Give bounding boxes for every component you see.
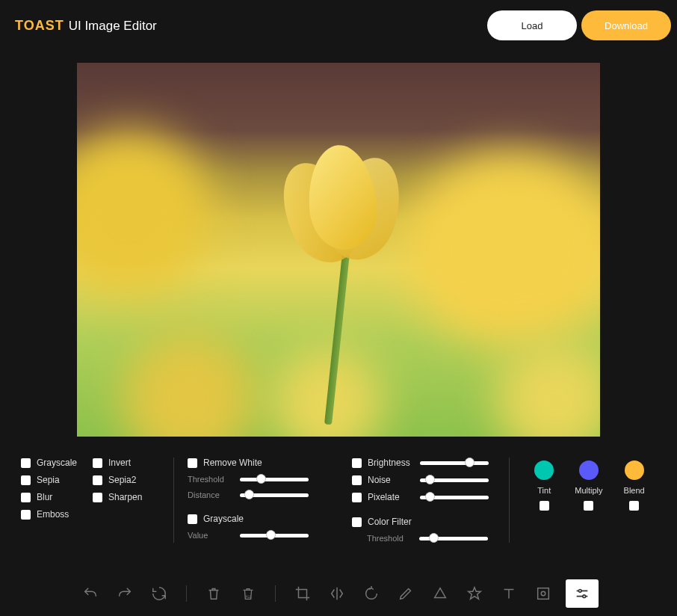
logo-subtitle: UI Image Editor [69,19,157,34]
filter-label: Noise [368,475,414,485]
checkbox-icon [352,517,362,527]
filter-noise[interactable]: Noise [352,475,501,485]
shape-button[interactable] [428,582,452,606]
slider-label: Distance [188,490,232,499]
filter-emboss[interactable]: Emboss [21,509,93,520]
pixelate-slider[interactable] [420,493,489,502]
blend-checkbox[interactable] [629,501,639,511]
checkbox-icon [188,458,197,468]
delete-button[interactable] [202,582,226,606]
svg-point-2 [541,591,545,596]
filter-label: Sharpen [108,492,142,502]
remove-white-threshold-slider[interactable] [240,475,309,484]
multiply-checkbox[interactable] [584,501,593,511]
checkbox-icon [21,510,31,520]
text-button[interactable] [497,582,521,606]
draw-button[interactable] [394,582,418,606]
download-button[interactable]: Download [581,10,671,40]
app-logo: TOAST UI Image Editor [15,18,157,34]
slider-label: Threshold [367,534,412,543]
filter-blur[interactable]: Blur [21,492,93,502]
svg-point-3 [578,590,581,593]
checkbox-icon [352,458,362,468]
filter-grayscale-value[interactable]: Grayscale [188,514,337,524]
svg-rect-1 [538,588,549,600]
reset-button[interactable] [147,582,171,606]
swatch-label: Tint [537,486,551,495]
tint-checkbox[interactable] [540,501,549,511]
load-button[interactable]: Load [487,10,577,40]
checkbox-icon [21,493,31,502]
icon-button[interactable] [463,582,486,606]
filter-label: Sepia2 [108,475,136,485]
brightness-slider[interactable] [420,458,489,467]
remove-white-distance-slider[interactable] [240,490,309,499]
filter-sepia[interactable]: Sepia [21,475,93,485]
toolbar-divider [186,585,187,602]
tint-color-swatch[interactable] [534,461,554,480]
checkbox-icon [93,458,102,468]
swatch-label: Blend [624,486,645,495]
filter-label: Blur [37,492,52,502]
filter-label: Emboss [37,509,69,520]
slider-label: Threshold [188,475,232,484]
checkbox-icon [188,514,197,524]
svg-text:ALL: ALL [245,595,252,599]
multiply-color-swatch[interactable] [579,461,599,480]
checkbox-icon [93,475,102,485]
checkbox-icon [352,475,362,485]
grayscale-value-slider[interactable] [240,531,309,540]
filter-invert[interactable]: Invert [93,458,166,468]
redo-button[interactable] [113,582,137,606]
color-filter-threshold-slider[interactable] [419,534,488,543]
panel-divider [173,458,174,543]
filter-button[interactable] [566,579,599,608]
filter-brightness[interactable]: Brightness [352,458,501,468]
swatch-label: Multiply [575,486,602,495]
filter-grayscale[interactable]: Grayscale [21,458,93,468]
filter-panel: Grayscale Sepia Blur Emboss Invert Sepia… [0,444,677,550]
filter-pixelate[interactable]: Pixelate [352,492,501,502]
bottom-toolbar: ALL [0,571,677,616]
filter-sharpen[interactable]: Sharpen [93,492,166,502]
filter-label: Sepia [37,475,60,485]
logo-toast-text: TOAST [15,18,64,34]
filter-label: Color Filter [368,517,412,527]
panel-divider [509,458,510,543]
filter-label: Invert [108,458,131,468]
toolbar-divider [275,585,276,602]
filter-label: Brightness [368,458,414,468]
filter-remove-white[interactable]: Remove White [188,458,337,468]
svg-point-4 [583,595,586,598]
mask-button[interactable] [531,582,555,606]
filter-color-filter[interactable]: Color Filter [352,517,501,527]
noise-slider[interactable] [420,475,489,484]
blend-color-swatch[interactable] [625,461,644,480]
crop-button[interactable] [291,582,315,606]
filter-label: Grayscale [203,514,244,524]
checkbox-icon [93,493,102,502]
delete-all-button[interactable]: ALL [236,582,260,606]
undo-button[interactable] [78,582,102,606]
filter-label: Grayscale [37,458,77,468]
image-canvas[interactable] [77,63,600,437]
checkbox-icon [21,458,31,468]
rotate-button[interactable] [359,582,383,606]
filter-label: Remove White [203,458,262,468]
filter-sepia2[interactable]: Sepia2 [93,475,166,485]
checkbox-icon [352,493,362,502]
filter-label: Pixelate [368,492,414,502]
slider-label: Value [188,531,232,540]
flip-button[interactable] [325,582,349,606]
checkbox-icon [21,475,31,485]
